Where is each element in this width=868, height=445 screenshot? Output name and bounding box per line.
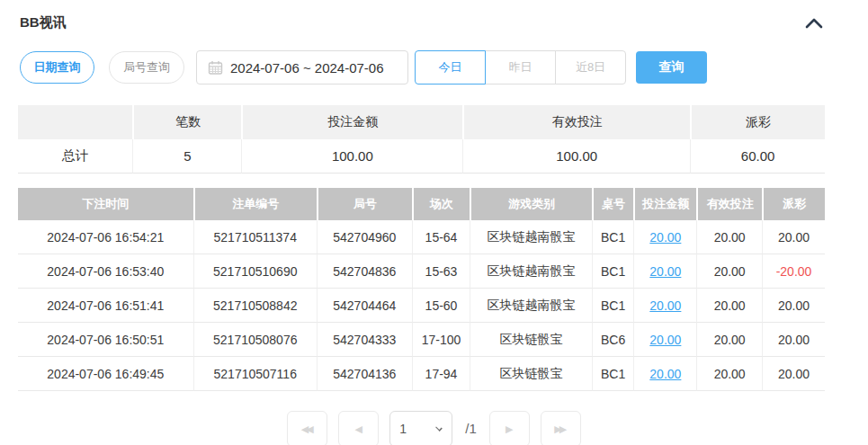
tab-date-query[interactable]: 日期查询	[20, 51, 94, 84]
bet-amount-link[interactable]: 20.00	[649, 298, 681, 313]
cell-round: 542704960	[317, 220, 412, 254]
summary-total-count: 5	[132, 139, 241, 174]
bet-amount-link[interactable]: 20.00	[649, 264, 681, 279]
cell-round: 542704333	[317, 323, 412, 357]
summary-total-label: 总计	[18, 139, 132, 174]
col-table-no: 桌号	[592, 188, 634, 220]
cell-session: 17-94	[412, 357, 470, 391]
panel-header: BB视讯	[0, 0, 868, 31]
col-game-type: 游戏类别	[470, 188, 591, 220]
bet-amount-link[interactable]: 20.00	[649, 230, 681, 245]
col-payout: 派彩	[762, 188, 825, 220]
cell-bet-id: 521710511374	[193, 220, 317, 254]
query-button[interactable]: 查询	[636, 51, 707, 84]
next-page-button[interactable]: ▶	[489, 411, 530, 445]
cell-game-type: 区块链骰宝	[470, 357, 591, 391]
summary-total-payout: 60.00	[690, 139, 825, 174]
cell-valid-bet: 20.00	[696, 220, 762, 254]
cell-bet-id: 521710507116	[193, 357, 317, 391]
panel-title: BB视讯	[20, 14, 67, 31]
cell-valid-bet: 20.00	[696, 323, 762, 357]
col-session: 场次	[412, 188, 470, 220]
quick-range-yesterday[interactable]: 昨日	[485, 50, 556, 85]
date-range-value: 2024-07-06 ~ 2024-07-06	[230, 60, 384, 76]
summary-total-row: 总计 5 100.00 100.00 60.00	[18, 139, 825, 174]
summary-header-bet-amount: 投注金额	[241, 105, 462, 139]
cell-bet-time: 2024-07-06 16:54:21	[18, 220, 193, 254]
calendar-icon	[208, 60, 223, 76]
chevron-up-icon	[805, 19, 823, 32]
cell-round: 542704836	[317, 254, 412, 289]
summary-total-bet-amount: 100.00	[241, 139, 462, 174]
col-bet-id: 注单编号	[193, 188, 317, 220]
page-select-wrap: 1	[389, 411, 452, 445]
cell-session: 15-64	[412, 220, 470, 254]
cell-bet-amount: 20.00	[633, 254, 696, 289]
first-page-icon: ◀◀	[301, 423, 311, 435]
cell-table-no: BC6	[592, 323, 634, 357]
cell-payout: 20.00	[762, 289, 825, 323]
quick-range-group: 今日 昨日 近8日	[415, 50, 626, 85]
col-bet-time: 下注时间	[18, 188, 193, 220]
cell-session: 15-60	[412, 289, 470, 323]
cell-payout: 20.00	[762, 323, 825, 357]
table-row: 2024-07-06 16:53:40 521710510690 5427048…	[18, 254, 825, 289]
total-pages-label: /1	[465, 411, 477, 445]
tab-round-query[interactable]: 局号查询	[109, 51, 184, 84]
last-page-button[interactable]: ▶▶	[541, 411, 581, 445]
cell-bet-amount: 20.00	[633, 357, 696, 391]
cell-bet-time: 2024-07-06 16:49:45	[18, 357, 193, 391]
col-valid-bet: 有效投注	[696, 188, 762, 220]
next-page-icon: ▶	[506, 423, 510, 435]
cell-payout: -20.00	[762, 254, 825, 289]
collapse-button[interactable]	[803, 15, 825, 31]
cell-bet-amount: 20.00	[633, 220, 696, 254]
quick-range-today[interactable]: 今日	[415, 50, 486, 85]
cell-game-type: 区块链越南骰宝	[470, 289, 591, 323]
summary-header-row: 笔数 投注金额 有效投注 派彩	[18, 105, 825, 139]
bb-video-panel: BB视讯 日期查询 局号查询	[0, 0, 868, 445]
col-bet-amount: 投注金额	[633, 188, 696, 220]
cell-bet-time: 2024-07-06 16:50:51	[18, 323, 193, 357]
detail-header-row: 下注时间 注单编号 局号 场次 游戏类别 桌号 投注金额 有效投注 派彩	[18, 188, 825, 220]
cell-table-no: BC1	[592, 254, 634, 289]
table-row: 2024-07-06 16:50:51 521710508076 5427043…	[18, 323, 825, 357]
cell-bet-id: 521710508076	[193, 323, 317, 357]
cell-round: 542704136	[317, 357, 412, 391]
cell-session: 15-63	[412, 254, 470, 289]
cell-round: 542704464	[317, 289, 412, 323]
cell-table-no: BC1	[592, 357, 634, 391]
pagination: ◀◀ ◀ 1 /1 ▶ ▶▶	[0, 411, 868, 445]
cell-game-type: 区块链骰宝	[470, 323, 591, 357]
cell-session: 17-100	[412, 323, 470, 357]
cell-table-no: BC1	[592, 289, 634, 323]
table-row: 2024-07-06 16:49:45 521710507116 5427041…	[18, 357, 825, 391]
first-page-button[interactable]: ◀◀	[287, 411, 327, 445]
cell-game-type: 区块链越南骰宝	[470, 220, 591, 254]
summary-header-payout: 派彩	[690, 105, 825, 139]
last-page-icon: ▶▶	[554, 423, 564, 435]
cell-bet-time: 2024-07-06 16:51:41	[18, 289, 193, 323]
summary-table: 笔数 投注金额 有效投注 派彩 总计 5 100.00 100.00 60.00	[18, 105, 825, 174]
page-select[interactable]: 1	[390, 412, 452, 445]
bet-records-table: 下注时间 注单编号 局号 场次 游戏类别 桌号 投注金额 有效投注 派彩 202…	[18, 188, 825, 391]
cell-bet-id: 521710510690	[193, 254, 317, 289]
cell-valid-bet: 20.00	[696, 254, 762, 289]
bet-amount-link[interactable]: 20.00	[649, 333, 681, 347]
prev-page-button[interactable]: ◀	[338, 411, 379, 445]
table-row: 2024-07-06 16:54:21 521710511374 5427049…	[18, 220, 825, 254]
cell-valid-bet: 20.00	[696, 357, 762, 391]
bet-amount-link[interactable]: 20.00	[649, 367, 681, 381]
quick-range-last8days[interactable]: 近8日	[555, 50, 626, 85]
cell-payout: 20.00	[762, 220, 825, 254]
cell-payout: 20.00	[762, 357, 825, 391]
cell-bet-time: 2024-07-06 16:53:40	[18, 254, 193, 289]
cell-bet-id: 521710508842	[193, 289, 317, 323]
date-range-input[interactable]: 2024-07-06 ~ 2024-07-06	[196, 50, 408, 85]
prev-page-icon: ◀	[355, 423, 360, 435]
summary-total-valid-bet: 100.00	[462, 139, 690, 174]
cell-bet-amount: 20.00	[633, 289, 696, 323]
cell-game-type: 区块链越南骰宝	[470, 254, 591, 289]
col-round: 局号	[317, 188, 412, 220]
cell-table-no: BC1	[592, 220, 634, 254]
